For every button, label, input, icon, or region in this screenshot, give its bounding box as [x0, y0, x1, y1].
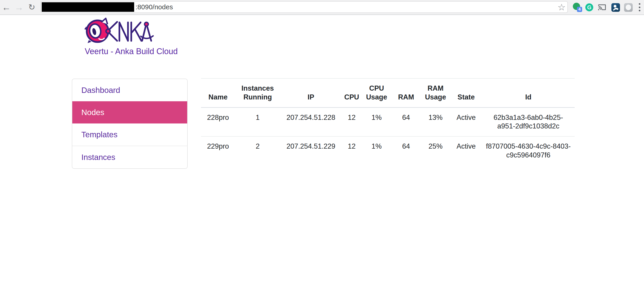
table-row: 228pro1207.254.51.228121%6413%Active62b3…	[201, 108, 575, 136]
extension-badge: 4	[577, 7, 582, 12]
browser-window: ← → ↻ :8090/nodes ☆ 4 G	[0, 0, 644, 285]
sidebar-menu: DashboardNodesTemplatesInstances	[72, 78, 188, 169]
bookmark-star-icon[interactable]: ☆	[558, 2, 566, 12]
page-title: Veertu - Anka Build Cloud	[85, 47, 178, 56]
table-cell: 207.254.51.229	[280, 136, 342, 165]
nodes-table: NameInstances RunningIPCPUCPU UsageRAMRA…	[201, 78, 575, 165]
extension-gray-blob	[626, 4, 631, 10]
sidebar-item-nodes[interactable]: Nodes	[72, 101, 187, 124]
table-cell: 207.254.51.228	[280, 108, 342, 136]
column-header: Instances Running	[235, 78, 280, 108]
column-header: IP	[280, 78, 342, 108]
table-cell: 1%	[362, 108, 391, 136]
column-header: RAM	[391, 78, 421, 108]
column-header: Id	[482, 78, 575, 108]
table-cell: 1%	[362, 136, 391, 165]
extension-green-circle-icon[interactable]: 4	[573, 3, 580, 10]
table-cell: f8707005-4630-4c9c-8403-c9c5964097f6	[482, 136, 575, 165]
table-cell: 13%	[421, 108, 450, 136]
url-text: :8090/nodes	[136, 2, 173, 12]
table-body: 228pro1207.254.51.228121%6413%Active62b3…	[201, 108, 575, 165]
grammarly-icon[interactable]: G	[585, 4, 593, 11]
table-cell: 1	[235, 108, 280, 136]
extension-person-icon[interactable]	[611, 3, 620, 12]
table-cell: 64	[391, 136, 421, 165]
column-header: State	[450, 78, 482, 108]
table-cell: 62b3a1a3-6ab0-4b25-a951-2df9c1038d2c	[482, 108, 575, 136]
anka-logo	[84, 17, 155, 44]
table-cell: 64	[391, 108, 421, 136]
table-cell: Active	[450, 108, 482, 136]
table-cell: Active	[450, 136, 482, 165]
browser-menu-icon[interactable]	[637, 3, 642, 12]
column-header: CPU Usage	[362, 78, 391, 108]
table-cell: 12	[342, 108, 362, 136]
sidebar-item-dashboard[interactable]: Dashboard	[72, 79, 187, 101]
table-cell: 2	[235, 136, 280, 165]
table-cell: 25%	[421, 136, 450, 165]
address-bar[interactable]: :8090/nodes ☆	[40, 1, 568, 13]
forward-button[interactable]: →	[13, 0, 26, 14]
sidebar-item-instances[interactable]: Instances	[72, 146, 187, 168]
column-header: Name	[201, 78, 235, 108]
redacted-url-block	[42, 2, 134, 12]
browser-toolbar: ← → ↻ :8090/nodes ☆ 4 G	[0, 0, 644, 15]
table-cell: 229pro	[201, 136, 235, 165]
extension-gray-icon[interactable]	[624, 3, 633, 12]
table-cell: 12	[342, 136, 362, 165]
cast-icon[interactable]	[597, 3, 606, 11]
table-row: 229pro2207.254.51.229121%6425%Activef870…	[201, 136, 575, 165]
reload-button[interactable]: ↻	[26, 0, 38, 14]
column-header: RAM Usage	[421, 78, 450, 108]
table-cell: 228pro	[201, 108, 235, 136]
column-header: CPU	[342, 78, 362, 108]
sidebar-item-templates[interactable]: Templates	[72, 124, 187, 146]
back-button[interactable]: ←	[0, 0, 13, 14]
table-header-row: NameInstances RunningIPCPUCPU UsageRAMRA…	[201, 78, 575, 108]
